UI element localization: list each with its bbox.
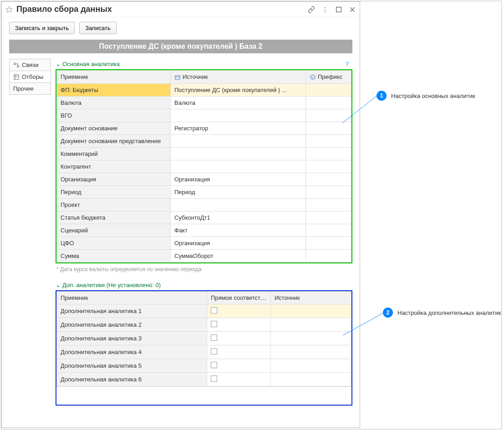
col-source[interactable]: Источник bbox=[171, 71, 306, 84]
cell-source[interactable] bbox=[171, 134, 306, 147]
cell-receiver[interactable]: Проект bbox=[57, 198, 171, 211]
cell-source[interactable]: Факт bbox=[171, 224, 306, 237]
cell-receiver[interactable]: Документ основание bbox=[57, 122, 171, 134]
table-row[interactable]: ОрганизацияОрганизация bbox=[57, 173, 351, 185]
cell-source[interactable]: Регистратор bbox=[171, 122, 306, 134]
checkbox[interactable] bbox=[211, 375, 217, 382]
cell-source[interactable] bbox=[271, 318, 351, 331]
cell-receiver[interactable]: Документ основание представление bbox=[57, 134, 171, 147]
cell-source[interactable] bbox=[271, 304, 351, 318]
col-prefix[interactable]: Префикс bbox=[306, 71, 351, 84]
cell-receiver[interactable]: Контрагент bbox=[57, 160, 171, 173]
cell-prefix[interactable] bbox=[306, 122, 351, 134]
maximize-icon[interactable] bbox=[335, 6, 342, 13]
col2-direct[interactable]: Прямое соответствие bbox=[207, 291, 271, 304]
table-row[interactable]: ЦФООрганизация bbox=[57, 237, 351, 249]
cell-direct[interactable] bbox=[207, 304, 271, 318]
col-receiver[interactable]: Приемник bbox=[57, 71, 171, 84]
table-row[interactable]: Документ основание представление bbox=[57, 134, 351, 147]
cell-prefix[interactable] bbox=[306, 173, 351, 185]
cell-source[interactable]: Организация bbox=[171, 173, 306, 185]
cell-source[interactable] bbox=[171, 109, 306, 122]
cell-source[interactable] bbox=[271, 372, 351, 386]
cell-receiver[interactable]: Дополнительная аналитика 6 bbox=[57, 372, 207, 386]
cell-receiver[interactable]: Дополнительная аналитика 1 bbox=[57, 304, 207, 318]
table-row[interactable]: ПериодПериод bbox=[57, 185, 351, 198]
cell-source[interactable]: Период bbox=[171, 185, 306, 198]
cell-prefix[interactable] bbox=[306, 83, 351, 96]
table-row[interactable]: Комментарий bbox=[57, 147, 351, 160]
cell-direct[interactable] bbox=[207, 318, 271, 331]
cell-source[interactable]: СуммаОборот bbox=[171, 249, 306, 262]
cell-receiver[interactable]: Дополнительная аналитика 3 bbox=[57, 331, 207, 345]
cell-receiver[interactable]: Период bbox=[57, 185, 171, 198]
save-close-button[interactable]: Записать и закрыть bbox=[9, 22, 75, 34]
cell-direct[interactable] bbox=[207, 345, 271, 359]
star-icon[interactable] bbox=[5, 6, 13, 13]
cell-direct[interactable] bbox=[207, 359, 271, 372]
cell-source[interactable] bbox=[271, 359, 351, 372]
table-row[interactable]: Дополнительная аналитика 4 bbox=[57, 345, 351, 359]
close-icon[interactable] bbox=[349, 6, 356, 13]
cell-receiver[interactable]: Сумма bbox=[57, 249, 171, 262]
cell-source[interactable]: Организация bbox=[171, 237, 306, 249]
extra-analytics-table[interactable]: Приемник Прямое соответствие Источник До… bbox=[56, 291, 351, 386]
cell-receiver[interactable]: Дополнительная аналитика 4 bbox=[57, 345, 207, 359]
table-row[interactable]: Документ основаниеРегистратор bbox=[57, 122, 351, 134]
cell-prefix[interactable] bbox=[306, 185, 351, 198]
cell-direct[interactable] bbox=[207, 331, 271, 345]
cell-receiver[interactable]: Комментарий bbox=[57, 147, 171, 160]
table-row[interactable]: Дополнительная аналитика 3 bbox=[57, 331, 351, 345]
col2-receiver[interactable]: Приемник bbox=[57, 291, 207, 304]
col2-source[interactable]: Источник bbox=[271, 291, 351, 304]
link-icon[interactable] bbox=[308, 6, 315, 13]
cell-receiver[interactable]: ВГО bbox=[57, 109, 171, 122]
tab-links[interactable]: Связи bbox=[9, 59, 51, 71]
more-icon[interactable] bbox=[321, 6, 329, 13]
cell-prefix[interactable] bbox=[306, 249, 351, 262]
tab-filters[interactable]: Отборы bbox=[9, 71, 51, 83]
cell-source[interactable]: Валюта bbox=[171, 96, 306, 109]
table-row[interactable]: Дополнительная аналитика 5 bbox=[57, 359, 351, 372]
group-extra-analytics-header[interactable]: ⌄ Доп. аналитики (Не установлено: 0) bbox=[56, 280, 352, 290]
cell-source[interactable] bbox=[171, 198, 306, 211]
cell-prefix[interactable] bbox=[306, 134, 351, 147]
checkbox[interactable] bbox=[211, 321, 217, 327]
table-row[interactable]: СценарийФакт bbox=[57, 224, 351, 237]
main-analytics-table[interactable]: Приемник Источник Префикс ФП: БюджетыПос… bbox=[56, 70, 351, 262]
cell-receiver[interactable]: Сценарий bbox=[57, 224, 171, 237]
cell-source[interactable] bbox=[171, 160, 306, 173]
table-row[interactable]: Дополнительная аналитика 6 bbox=[57, 372, 351, 386]
cell-receiver[interactable]: Статья бюджета bbox=[57, 211, 171, 224]
checkbox[interactable] bbox=[211, 334, 217, 341]
checkbox[interactable] bbox=[211, 307, 217, 314]
cell-prefix[interactable] bbox=[306, 198, 351, 211]
table-row[interactable]: Дополнительная аналитика 1 bbox=[57, 304, 351, 318]
cell-receiver[interactable]: Организация bbox=[57, 173, 171, 185]
group-main-analytics-header[interactable]: ⌄ Основная аналитика ? bbox=[56, 59, 352, 69]
table-row[interactable]: СуммаСуммаОборот bbox=[57, 249, 351, 262]
table-row[interactable]: Дополнительная аналитика 2 bbox=[57, 318, 351, 331]
table-row[interactable]: ВалютаВалюта bbox=[57, 96, 351, 109]
table-row[interactable]: Статья бюджетаСубконтоДт1 bbox=[57, 211, 351, 224]
cell-receiver[interactable]: ФП: Бюджеты bbox=[57, 83, 171, 96]
cell-prefix[interactable] bbox=[306, 211, 351, 224]
save-button[interactable]: Записать bbox=[79, 22, 117, 34]
cell-direct[interactable] bbox=[207, 372, 271, 386]
cell-receiver[interactable]: Валюта bbox=[57, 96, 171, 109]
cell-source[interactable] bbox=[171, 147, 306, 160]
cell-prefix[interactable] bbox=[306, 237, 351, 249]
cell-receiver[interactable]: Дополнительная аналитика 2 bbox=[57, 318, 207, 331]
cell-prefix[interactable] bbox=[306, 224, 351, 237]
cell-receiver[interactable]: ЦФО bbox=[57, 237, 171, 249]
table-row[interactable]: Проект bbox=[57, 198, 351, 211]
help-icon[interactable]: ? bbox=[346, 61, 352, 67]
cell-source[interactable] bbox=[271, 345, 351, 359]
cell-prefix[interactable] bbox=[306, 147, 351, 160]
cell-source[interactable]: Поступление ДС (кроме покупателей ) ... bbox=[171, 83, 306, 96]
table-row[interactable]: Контрагент bbox=[57, 160, 351, 173]
table-row[interactable]: ВГО bbox=[57, 109, 351, 122]
checkbox[interactable] bbox=[211, 348, 217, 355]
cell-source[interactable]: СубконтоДт1 bbox=[171, 211, 306, 224]
checkbox[interactable] bbox=[211, 362, 217, 368]
